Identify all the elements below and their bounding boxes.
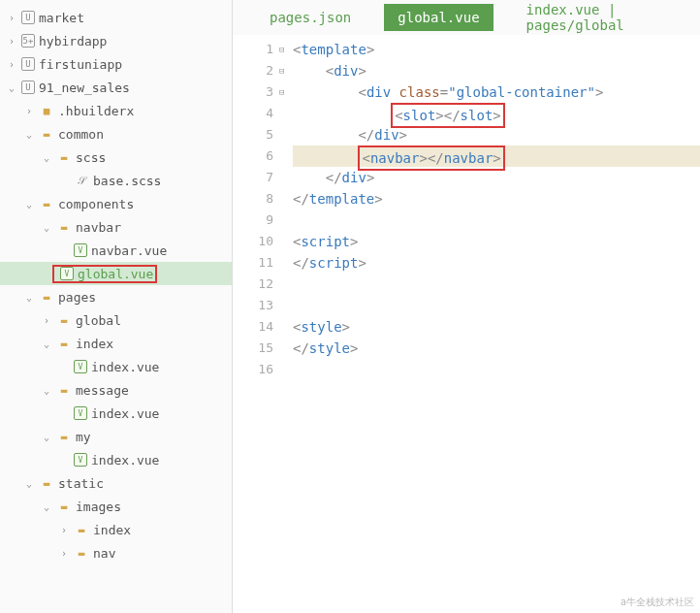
highlight-box: Vglobal.vue [52, 265, 157, 283]
fold-marker[interactable]: ⊟ [279, 39, 293, 60]
chevron-icon[interactable]: ⌄ [23, 199, 35, 210]
chevron-icon[interactable]: ⌄ [23, 478, 35, 489]
chevron-icon[interactable]: ⌄ [41, 152, 52, 163]
tree-item-hybirdapp[interactable]: ›5+hybirdapp [0, 29, 232, 52]
tree-item-index-vue[interactable]: Vindex.vue [0, 355, 232, 378]
tree-item-label: scss [76, 150, 106, 165]
vue-icon: V [74, 406, 87, 420]
tree-item-navbar-vue[interactable]: Vnavbar.vue [0, 239, 232, 262]
folder-open-icon: ▬ [56, 382, 72, 398]
chevron-icon[interactable]: › [23, 106, 35, 116]
tree-item-static[interactable]: ⌄▬static [0, 471, 232, 495]
tree-item-base-scss[interactable]: 𝒮base.scss [0, 169, 232, 192]
line-number: 4 [233, 103, 273, 124]
line-number: 13 [233, 295, 273, 316]
tree-item-label: message [76, 383, 129, 398]
fold-gutter[interactable]: ⊟⊟⊟ [279, 35, 293, 613]
chevron-icon[interactable]: ⌄ [41, 501, 52, 512]
line-number: 9 [233, 210, 273, 231]
code-line [293, 274, 700, 295]
vue-icon: V [74, 453, 87, 467]
chevron-icon[interactable]: ⌄ [41, 385, 52, 396]
vue-icon: V [74, 243, 87, 257]
project-icon: U [21, 81, 35, 94]
tree-item-index-vue[interactable]: Vindex.vue [0, 448, 232, 471]
editor-tabs: pages.jsonglobal.vueindex.vue | pages/gl… [233, 0, 700, 35]
chevron-icon[interactable]: › [6, 59, 17, 70]
chevron-icon[interactable]: ⌄ [23, 292, 35, 303]
code-area[interactable]: <template> <div> <div class="global-cont… [293, 35, 700, 613]
project-icon: U [21, 11, 35, 24]
tree-item-my[interactable]: ⌄▬my [0, 425, 232, 448]
highlight-box: <navbar></navbar> [358, 145, 504, 171]
code-line [293, 359, 700, 380]
tree-item-index-vue[interactable]: Vindex.vue [0, 402, 232, 425]
chevron-icon[interactable]: ⌄ [23, 129, 35, 140]
folder-open-icon: ▬ [56, 149, 72, 165]
line-number: 10 [233, 231, 273, 252]
fold-marker[interactable]: ⊟ [279, 81, 293, 103]
chevron-icon[interactable]: ⌄ [41, 222, 52, 233]
tree-item-label: market [39, 11, 84, 25]
chevron-icon[interactable]: ⌄ [6, 82, 17, 93]
code-line: <div> [293, 60, 700, 81]
chevron-icon[interactable]: › [6, 13, 17, 23]
tree-item-label: common [58, 127, 104, 142]
watermark: a牛全栈技术社区 [620, 596, 694, 609]
line-number: 14 [233, 316, 273, 338]
line-number: 5 [233, 124, 273, 145]
chevron-icon[interactable]: › [41, 315, 52, 326]
tree-item-components[interactable]: ⌄▬components [0, 192, 232, 215]
chevron-icon[interactable]: › [58, 548, 70, 559]
tab-pages-json[interactable]: pages.json [256, 4, 365, 31]
tab-global-vue[interactable]: global.vue [384, 4, 493, 31]
line-number: 7 [233, 167, 273, 188]
editor-pane: pages.jsonglobal.vueindex.vue | pages/gl… [233, 0, 700, 613]
tree-item-navbar[interactable]: ⌄▬navbar [0, 215, 232, 239]
tree-item-firstuniapp[interactable]: ›Ufirstuniapp [0, 52, 232, 76]
chevron-icon[interactable]: › [58, 525, 70, 535]
vue-icon: V [74, 360, 87, 373]
line-number: 15 [233, 338, 273, 359]
folder-open-icon: ▬ [74, 545, 89, 561]
folder-open-icon: ▬ [39, 289, 54, 305]
tree-item-common[interactable]: ⌄▬common [0, 122, 232, 145]
code-line: <style> [293, 316, 700, 338]
tree-item-global[interactable]: ›▬global [0, 308, 232, 332]
line-number: 11 [233, 252, 273, 274]
folder-open-icon: ▬ [56, 312, 72, 328]
tree-item-91_new_sales[interactable]: ⌄U91_new_sales [0, 76, 232, 99]
code-line: <template> [293, 39, 700, 60]
vue-icon: V [60, 267, 74, 280]
fold-marker[interactable]: ⊟ [279, 60, 293, 81]
tree-item-index[interactable]: ›▬index [0, 518, 232, 541]
tree-item-global-vue[interactable]: Vglobal.vue [0, 262, 232, 285]
code-line: </template> [293, 188, 700, 210]
file-explorer[interactable]: ›Umarket›5+hybirdapp›Ufirstuniapp⌄U91_ne… [0, 0, 233, 613]
tree-item-index[interactable]: ⌄▬index [0, 332, 232, 355]
tree-item-label: index [93, 523, 131, 537]
project-icon: U [21, 57, 35, 71]
line-number: 16 [233, 359, 273, 380]
code-editor[interactable]: 12345678910111213141516 ⊟⊟⊟ <template> <… [233, 35, 700, 613]
folder-open-icon: ▬ [56, 429, 72, 444]
chevron-icon[interactable]: ⌄ [41, 432, 52, 442]
folder-open-icon: ▬ [56, 219, 72, 235]
tree-item-label: .hbuilderx [58, 104, 134, 118]
code-line: <div class="global-container"> [293, 81, 700, 103]
tab-index-vue-pages-global[interactable]: index.vue | pages/global [513, 0, 700, 39]
folder-open-icon: ▬ [39, 126, 54, 142]
tree-item-nav[interactable]: ›▬nav [0, 541, 232, 565]
tree-item-message[interactable]: ⌄▬message [0, 378, 232, 402]
folder-open-icon: ▬ [39, 475, 54, 491]
tree-item-market[interactable]: ›Umarket [0, 6, 232, 29]
line-number: 8 [233, 188, 273, 210]
tree-item-scss[interactable]: ⌄▬scss [0, 145, 232, 169]
tree-item-images[interactable]: ⌄▬images [0, 495, 232, 518]
tree-item--hbuilderx[interactable]: ›■.hbuilderx [0, 99, 232, 122]
chevron-icon[interactable]: › [6, 36, 17, 47]
tree-item-label: base.scss [93, 174, 161, 188]
tree-item-label: global.vue [78, 267, 153, 281]
tree-item-pages[interactable]: ⌄▬pages [0, 285, 232, 308]
chevron-icon[interactable]: ⌄ [41, 339, 52, 349]
